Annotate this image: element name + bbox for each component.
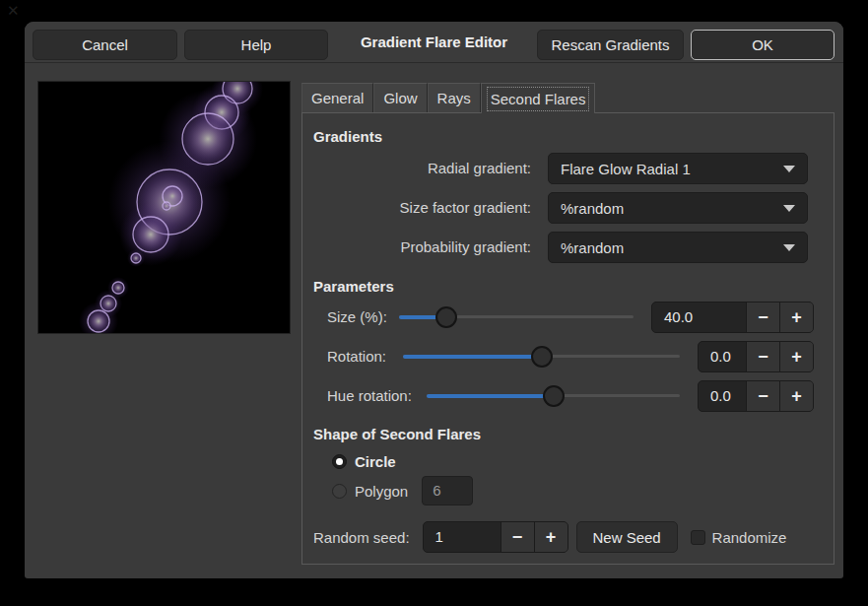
size-decrement-button[interactable]: − xyxy=(746,303,779,332)
radial-gradient-value: Flare Glow Radial 1 xyxy=(561,161,691,177)
probability-gradient-dropdown[interactable]: %random xyxy=(548,232,808,263)
ok-button[interactable]: OK xyxy=(691,30,835,60)
size-increment-button[interactable]: + xyxy=(779,303,813,332)
probability-gradient-value: %random xyxy=(561,239,624,256)
slider-fill xyxy=(403,355,542,359)
rotation-increment-button[interactable]: + xyxy=(779,342,813,371)
size-row: Size (%): 40.0 − + xyxy=(327,302,814,333)
rotation-value-input[interactable]: 0.0 xyxy=(699,342,746,371)
size-spinbutton: 40.0 − + xyxy=(651,302,814,333)
hue-rotation-decrement-button[interactable]: − xyxy=(746,381,779,411)
shape-heading: Shape of Second Flares xyxy=(313,426,481,442)
circle-option-row: Circle xyxy=(332,452,396,470)
hue-rotation-row: Hue rotation: 0.0 − + xyxy=(327,380,814,412)
random-seed-row: Random seed: 1 − + New Seed Randomize xyxy=(313,521,799,553)
dropdown-caret-icon xyxy=(783,166,795,172)
gradients-heading: Gradients xyxy=(313,128,382,145)
hue-rotation-increment-button[interactable]: + xyxy=(779,381,813,411)
seed-decrement-button[interactable]: − xyxy=(501,522,534,552)
size-factor-gradient-dropdown[interactable]: %random xyxy=(548,192,808,224)
size-value-input[interactable]: 40.0 xyxy=(652,303,746,332)
probability-gradient-row: Probability gradient: %random xyxy=(302,232,834,263)
rescan-gradients-button[interactable]: Rescan Gradients xyxy=(537,30,684,60)
randomize-label[interactable]: Randomize xyxy=(712,529,787,546)
slider-fill xyxy=(427,394,554,398)
rotation-decrement-button[interactable]: − xyxy=(746,342,779,371)
hue-rotation-value-input[interactable]: 0.0 xyxy=(699,381,746,411)
dropdown-caret-icon xyxy=(783,205,795,212)
background-close-icon: ✕ xyxy=(7,2,20,20)
tab-bar: General Glow Rays Second Flares xyxy=(301,83,595,112)
new-seed-button[interactable]: New Seed xyxy=(576,521,678,553)
gradient-flare-editor-window: Cancel Help Gradient Flare Editor Rescan… xyxy=(25,22,843,578)
hue-rotation-spinbutton: 0.0 − + xyxy=(698,380,814,412)
parameters-heading: Parameters xyxy=(313,278,394,295)
hue-rotation-slider[interactable] xyxy=(427,380,680,412)
flare-preview-image xyxy=(38,82,290,333)
tab-rays[interactable]: Rays xyxy=(428,83,481,112)
probability-gradient-label: Probability gradient: xyxy=(327,232,531,263)
flare-preview xyxy=(37,81,291,334)
size-slider-thumb[interactable] xyxy=(435,306,457,328)
circle-radio[interactable] xyxy=(332,454,347,469)
random-seed-input[interactable]: 1 xyxy=(424,522,501,552)
tab-general[interactable]: General xyxy=(301,83,373,112)
hue-rotation-label: Hue rotation: xyxy=(327,380,427,412)
size-factor-gradient-row: Size factor gradient: %random xyxy=(302,192,834,224)
tab-page-second-flares: Gradients Radial gradient: Flare Glow Ra… xyxy=(301,112,835,565)
radial-gradient-dropdown[interactable]: Flare Glow Radial 1 xyxy=(548,153,808,184)
polygon-option-row: Polygon 6 xyxy=(332,476,473,505)
rotation-slider[interactable] xyxy=(403,341,680,372)
radial-gradient-row: Radial gradient: Flare Glow Radial 1 xyxy=(302,153,834,184)
size-slider[interactable] xyxy=(399,302,634,333)
rotation-label: Rotation: xyxy=(327,341,403,372)
radial-gradient-label: Radial gradient: xyxy=(327,153,531,184)
size-factor-gradient-value: %random xyxy=(561,200,624,217)
size-label: Size (%): xyxy=(327,302,399,333)
tab-second-flares[interactable]: Second Flares xyxy=(481,83,596,113)
randomize-checkbox[interactable] xyxy=(691,530,705,545)
size-factor-gradient-label: Size factor gradient: xyxy=(327,192,531,224)
polygon-radio[interactable] xyxy=(332,484,347,499)
titlebar: Cancel Help Gradient Flare Editor Rescan… xyxy=(25,22,843,63)
second-flares-panel: General Glow Rays Second Flares Gradient… xyxy=(301,83,835,565)
rotation-slider-thumb[interactable] xyxy=(531,346,553,368)
seed-increment-button[interactable]: + xyxy=(534,522,568,552)
circle-option-label[interactable]: Circle xyxy=(355,453,396,470)
rotation-row: Rotation: 0.0 − + xyxy=(327,341,814,372)
polygon-sides-input[interactable]: 6 xyxy=(422,476,473,505)
rotation-spinbutton: 0.0 − + xyxy=(698,341,814,372)
random-seed-label: Random seed: xyxy=(313,529,410,546)
polygon-option-label[interactable]: Polygon xyxy=(355,483,408,500)
hue-rotation-slider-thumb[interactable] xyxy=(543,385,565,407)
tab-glow[interactable]: Glow xyxy=(373,83,427,112)
dropdown-caret-icon xyxy=(783,244,795,251)
random-seed-spinbutton: 1 − + xyxy=(423,521,568,553)
